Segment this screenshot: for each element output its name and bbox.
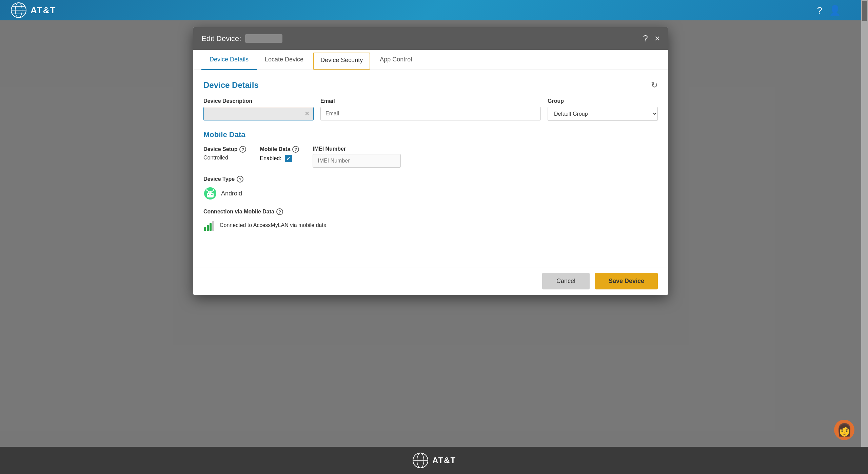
svg-point-14 (209, 192, 210, 193)
mobile-data-section: Mobile Data Device Setup ? Controlled (203, 130, 658, 168)
page-scrollbar[interactable] (861, 0, 868, 474)
device-description-group: Device Description ✕ (203, 98, 314, 120)
modal-header-icons: ? × (643, 33, 660, 44)
connection-status: Connected to AccessMyLAN via mobile data (220, 222, 327, 228)
scrollbar-thumb (862, 1, 867, 21)
tab-locate-device[interactable]: Locate Device (257, 50, 312, 70)
modal-overlay: Edit Device: ? × Device Details Locate D… (0, 20, 861, 447)
connection-item: Connected to AccessMyLAN via mobile data (203, 219, 658, 231)
device-type-label: Device Type ? (203, 176, 658, 183)
group-select[interactable]: Default Group Group A Group B (548, 107, 658, 121)
app-background: Edit Device: ? × Device Details Locate D… (0, 20, 861, 447)
svg-point-15 (211, 192, 212, 193)
mobile-data-info-row: Device Setup ? Controlled Mobile Data ? (203, 146, 658, 168)
email-label: Email (320, 98, 541, 104)
svg-point-11 (206, 189, 208, 191)
tab-app-control[interactable]: App Control (372, 50, 420, 70)
tab-device-security[interactable]: Device Security (313, 53, 370, 70)
top-bar: AT&T ? 👤 (0, 0, 868, 20)
modal-header: Edit Device: ? × (193, 27, 668, 50)
edit-device-modal: Edit Device: ? × Device Details Locate D… (193, 27, 668, 295)
imei-group: IMEI Number (313, 146, 401, 168)
svg-rect-18 (210, 223, 212, 231)
section-title: Device Details (203, 80, 259, 90)
form-row-main: Device Description ✕ Email Group Defa (203, 98, 658, 121)
cancel-button[interactable]: Cancel (542, 273, 590, 289)
svg-point-7 (208, 194, 209, 195)
avatar-button[interactable]: 👩 (834, 420, 854, 440)
modal-close-icon[interactable]: × (655, 33, 660, 44)
mobile-data-checkbox-wrapper: Enabled: (260, 155, 299, 162)
modal-title: Edit Device: (201, 34, 282, 43)
att-logo-bottom-text: AT&T (432, 456, 456, 465)
top-bar-icons: ? 👤 (817, 5, 841, 16)
group-label: Group (548, 98, 658, 104)
avatar-icon: 👩 (837, 423, 852, 437)
device-setup-value: Controlled (203, 155, 246, 161)
email-group: Email (320, 98, 541, 120)
modal-title-text: Edit Device: (201, 34, 241, 43)
device-setup-label: Device Setup ? (203, 146, 246, 153)
connection-section: Connection via Mobile Data ? Connected t… (203, 208, 658, 231)
modal-title-device-value (245, 34, 282, 43)
svg-rect-16 (204, 227, 206, 231)
clear-description-button[interactable]: ✕ (304, 110, 310, 117)
tab-device-details[interactable]: Device Details (201, 50, 257, 70)
mobile-data-title: Mobile Data (203, 130, 658, 139)
group-group: Group Default Group Group A Group B (548, 98, 658, 121)
imei-label: IMEI Number (313, 146, 401, 152)
device-description-label: Device Description (203, 98, 314, 104)
svg-rect-6 (207, 193, 214, 197)
device-details-header: Device Details ↻ (203, 80, 658, 90)
modal-content: Device Details ↻ Device Description ✕ Em… (193, 70, 668, 267)
device-type-value: Android (221, 190, 242, 197)
email-input[interactable] (320, 107, 541, 120)
signal-bars-icon (203, 219, 216, 231)
device-type-section: Device Type ? (203, 176, 658, 200)
device-type-help-icon[interactable]: ? (237, 176, 243, 183)
tab-bar: Device Details Locate Device Device Secu… (193, 50, 668, 70)
att-logo-bottom: AT&T (412, 452, 456, 469)
device-description-input-wrapper: ✕ (203, 107, 314, 120)
mobile-data-help-icon[interactable]: ? (292, 146, 299, 153)
svg-point-8 (211, 194, 213, 195)
modal-footer: Cancel Save Device (193, 267, 668, 295)
svg-rect-19 (212, 221, 214, 231)
device-description-input[interactable] (203, 107, 314, 120)
refresh-icon[interactable]: ↻ (651, 80, 658, 90)
bottom-bar: AT&T (0, 447, 868, 474)
device-setup-help-icon[interactable]: ? (239, 146, 246, 153)
connection-label: Connection via Mobile Data ? (203, 208, 658, 215)
user-icon[interactable]: 👤 (829, 5, 841, 16)
att-logo: AT&T (10, 2, 56, 19)
save-device-button[interactable]: Save Device (595, 273, 658, 289)
mobile-data-enabled-label: Enabled: (260, 155, 281, 162)
att-globe-icon (10, 2, 27, 19)
modal-help-icon[interactable]: ? (643, 33, 648, 44)
mobile-data-enabled-group: Mobile Data ? Enabled: (260, 146, 299, 162)
connection-help-icon[interactable]: ? (276, 208, 283, 215)
svg-point-12 (213, 189, 214, 191)
android-icon (203, 187, 217, 200)
mobile-data-label: Mobile Data ? (260, 146, 299, 153)
att-globe-bottom-icon (412, 452, 429, 469)
mobile-data-checkbox[interactable] (285, 155, 292, 162)
att-logo-text: AT&T (31, 5, 56, 16)
device-type-item: Android (203, 187, 658, 200)
imei-input[interactable] (313, 154, 401, 168)
svg-rect-17 (207, 225, 209, 231)
device-setup-group: Device Setup ? Controlled (203, 146, 246, 161)
help-icon[interactable]: ? (817, 5, 822, 16)
